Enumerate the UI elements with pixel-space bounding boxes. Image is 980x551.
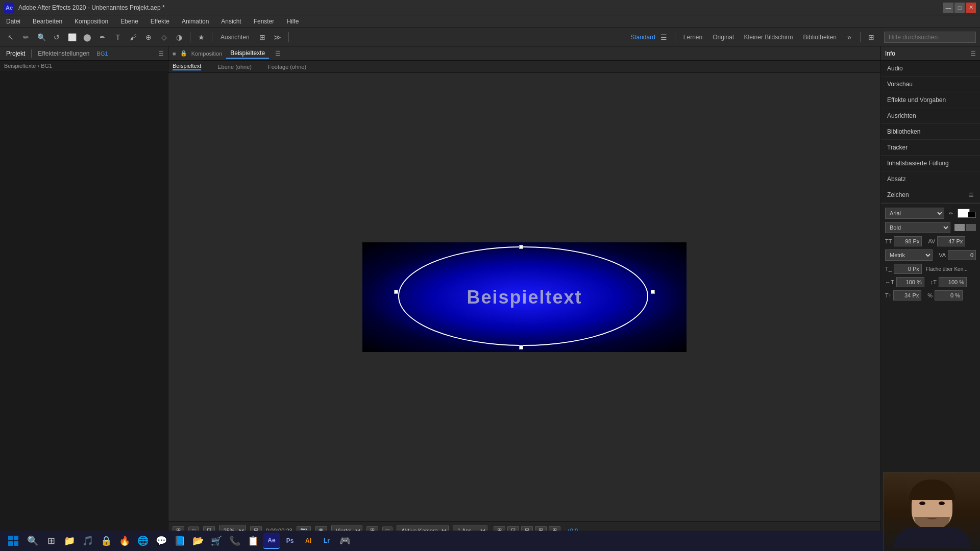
toolbar-extend[interactable]: » [843,31,856,44]
taskbar-explorer[interactable]: 📁 [61,533,78,549]
toolbar-kleiner[interactable]: Kleiner Bildschirm [740,33,797,42]
comp-footage-label: Footage (ohne) [268,64,306,70]
menu-animation[interactable]: Animation [180,17,211,26]
handle-bottom[interactable] [519,345,523,349]
tool-ellipse[interactable]: ⬤ [81,31,94,44]
panel-menu-icon[interactable]: ☰ [158,50,164,57]
toolbar-ausrichten[interactable]: Ausrichten [216,33,254,42]
tool-roto[interactable]: ◑ [173,31,186,44]
taskbar-taskview[interactable]: ⊞ [43,533,59,549]
taskbar-app1[interactable]: 🎵 [80,533,96,549]
font-style-select[interactable]: Bold [885,222,950,233]
menu-effekte[interactable]: Effekte [149,17,172,26]
handle-right[interactable] [651,290,655,294]
panel-item-inhalt[interactable]: Inhaltsbasierte Füllung [881,156,980,171]
panel-item-zeichen[interactable]: Zeichen ☰ [881,187,980,203]
color-swatches-row [954,224,976,231]
toolbar-original[interactable]: Original [708,33,738,42]
panel-item-bibliotheken[interactable]: Bibliotheken [881,124,980,140]
taskbar-app4[interactable]: 🌐 [135,533,151,549]
webcam-face [884,472,980,551]
taskbar-app10[interactable]: 📋 [245,533,261,549]
close-button[interactable]: ✕ [966,3,976,13]
panel-item-effekte[interactable]: Effekte und Vorgaben [881,92,980,108]
menu-komposition[interactable]: Komposition [72,17,110,26]
tool-text[interactable]: T [111,31,125,44]
project-header: Projekt Effekteinstellungen BG1 ☰ [0,46,168,61]
panel-item-audio[interactable]: Audio [881,61,980,77]
minimize-button[interactable]: — [943,3,953,13]
kern-input[interactable] [937,236,965,246]
metrics-select[interactable]: Metrik [885,249,933,261]
stroke-size-input[interactable] [894,264,922,274]
handle-top[interactable] [519,245,523,249]
font-select[interactable]: Arial [885,208,944,219]
panel-item-absatz[interactable]: Absatz [881,171,980,187]
taskbar-app3[interactable]: 🔥 [116,533,133,549]
title-bar-controls[interactable]: — □ ✕ [943,3,976,13]
menu-ebene[interactable]: Ebene [118,17,140,26]
menu-ansicht[interactable]: Ansicht [219,17,243,26]
menu-fenster[interactable]: Fenster [252,17,277,26]
menu-datei[interactable]: Datei [4,17,22,26]
search-input[interactable] [884,32,976,43]
taskbar-lr[interactable]: Lr [318,533,335,549]
kern-icon: AV [928,238,935,244]
menu-hilfe[interactable]: Hilfe [284,17,301,26]
panel-item-tracker[interactable]: Tracker [881,140,980,156]
panel-item-vorschau[interactable]: Vorschau [881,77,980,92]
menu-bearbeiten[interactable]: Bearbeiten [31,17,64,26]
tool-pen2[interactable]: ✒ [96,31,109,44]
right-panel-menu[interactable]: ☰ [970,50,976,57]
toolbar-snap[interactable]: ⊞ [256,31,269,44]
tool-select[interactable]: ↖ [4,31,17,44]
toolbar-bibliotheken[interactable]: Bibliotheken [799,33,841,42]
taskbar-ps[interactable]: Ps [282,533,298,549]
taskbar-search[interactable]: 🔍 [24,533,41,549]
font-eyedropper[interactable]: ✏ [946,209,955,218]
baseline-input[interactable] [893,290,921,300]
swatch-gray[interactable] [954,224,965,231]
maximize-button[interactable]: □ [954,3,965,13]
taskbar-app8[interactable]: 🛒 [208,533,225,549]
swatch-dark[interactable] [966,224,976,231]
tool-pen[interactable]: ✏ [19,31,33,44]
baseline-icon: T↑ [885,292,891,298]
zeichen-toggle[interactable]: ☰ [969,192,974,198]
handle-left[interactable] [394,290,398,294]
toolbar-lernen[interactable]: Lernen [679,33,706,42]
taskbar-ai[interactable]: Ai [300,533,316,549]
font-size-input[interactable] [894,236,922,246]
tab-project[interactable]: Projekt [4,49,27,58]
comp-menu-icon[interactable]: ☰ [275,50,281,57]
taskbar-app9[interactable]: 📞 [227,533,243,549]
tool-rect[interactable]: ⬜ [65,31,79,44]
workspace-menu[interactable]: ☰ [657,31,671,44]
scale-h-input[interactable] [896,277,924,287]
comp-subtab-active[interactable]: Beispieltext [173,63,201,70]
face-eyes [919,502,945,505]
comp-tab-active[interactable]: Beispieltexte [226,48,269,59]
font-color-swatch-black[interactable] [968,212,976,218]
toolbar-more[interactable]: ≫ [271,31,284,44]
tool-clone[interactable]: ⊕ [142,31,155,44]
taskbar-app2[interactable]: 🔒 [98,533,114,549]
taskbar-app11[interactable]: 🎮 [337,533,353,549]
toolbar-grid[interactable]: ⊞ [865,31,878,44]
tool-eraser[interactable]: ◇ [157,31,170,44]
tool-brush[interactable]: 🖌 [127,31,140,44]
taskbar-app6[interactable]: 📘 [172,533,188,549]
taskbar-app5[interactable]: 💬 [153,533,169,549]
tool-puppet[interactable]: ★ [194,31,208,44]
tool-zoom[interactable]: 🔍 [35,31,48,44]
tool-rotate[interactable]: ↺ [50,31,63,44]
tsume-input[interactable] [935,290,963,300]
va-input[interactable] [948,250,976,260]
scale-v-input[interactable] [939,277,967,287]
taskbar-ae[interactable]: Ae [263,533,280,549]
taskbar-app7[interactable]: 📂 [190,533,206,549]
panel-item-ausrichten[interactable]: Ausrichten [881,108,980,124]
start-button[interactable] [4,532,22,550]
tab-effekte[interactable]: Effekteinstellungen [36,49,91,58]
face-hair [909,480,955,500]
